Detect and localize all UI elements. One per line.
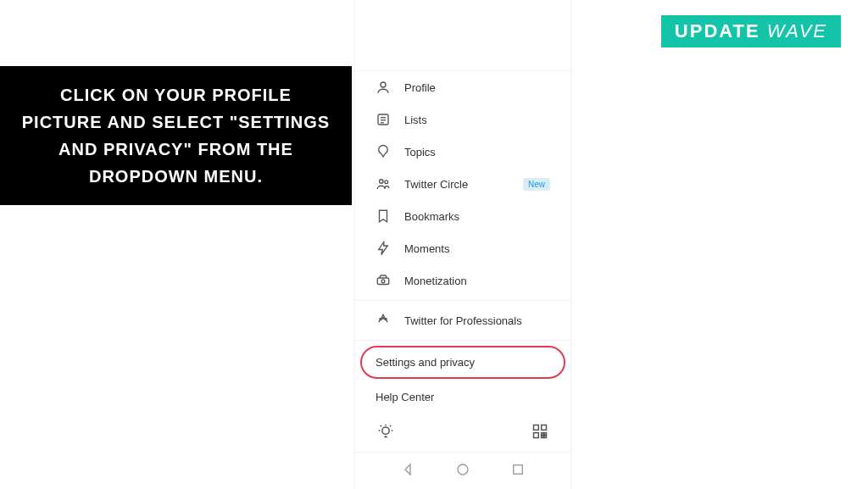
svg-point-11 (382, 427, 389, 434)
phone-frame: Profile Lists Topics Twitter Circle New (354, 0, 571, 489)
bulb-icon[interactable] (377, 423, 394, 440)
menu-label: Profile (404, 81, 436, 94)
svg-line-16 (381, 425, 381, 426)
profile-icon (376, 80, 391, 95)
menu-label: Help Center (376, 391, 434, 403)
menu-item-twitter-circle[interactable]: Twitter Circle New (355, 168, 570, 200)
topics-icon (376, 144, 391, 159)
svg-point-0 (381, 82, 386, 87)
qr-code-icon[interactable] (531, 423, 548, 440)
account-menu: Profile Lists Topics Twitter Circle New (355, 71, 570, 414)
menu-item-help-center[interactable]: Help Center (355, 381, 570, 414)
twitter-circle-icon (376, 176, 391, 192)
svg-rect-21 (542, 433, 544, 436)
menu-item-professionals[interactable]: Twitter for Professionals (355, 304, 570, 336)
monetization-icon (376, 273, 391, 288)
svg-point-6 (385, 181, 388, 184)
nav-recent-icon[interactable] (510, 462, 526, 481)
bottom-utility-bar (355, 414, 570, 448)
menu-item-profile[interactable]: Profile (355, 71, 570, 103)
svg-rect-23 (542, 436, 544, 438)
moments-icon (376, 241, 391, 256)
professionals-icon (376, 313, 391, 328)
svg-rect-18 (534, 425, 539, 431)
menu-label: Lists (404, 114, 427, 126)
svg-rect-26 (513, 464, 522, 474)
section-divider (355, 340, 570, 341)
menu-item-moments[interactable]: Moments (355, 232, 570, 264)
nav-home-icon[interactable] (455, 462, 470, 481)
brand-badge: UPDATE WAVE (661, 15, 841, 47)
svg-rect-19 (542, 425, 547, 431)
menu-header-spacer (355, 0, 570, 71)
svg-point-5 (380, 180, 384, 184)
section-divider (355, 300, 570, 301)
lists-icon (376, 112, 391, 127)
android-nav-bar (355, 452, 570, 489)
new-badge: New (523, 178, 550, 191)
menu-item-topics[interactable]: Topics (355, 136, 570, 168)
instruction-text: Click on your profile picture and select… (22, 86, 330, 186)
menu-label: Bookmarks (404, 210, 459, 223)
brand-word-1: UPDATE (675, 20, 760, 42)
menu-item-settings-privacy[interactable]: Settings and privacy (355, 344, 570, 381)
svg-rect-24 (544, 433, 547, 436)
nav-back-icon[interactable] (400, 462, 415, 481)
svg-point-25 (458, 464, 468, 475)
svg-rect-7 (377, 278, 389, 285)
svg-rect-22 (544, 436, 547, 438)
menu-item-lists[interactable]: Lists (355, 103, 570, 136)
menu-label: Moments (404, 242, 449, 255)
menu-label: Settings and privacy (376, 356, 475, 369)
menu-label: Twitter Circle (404, 178, 468, 191)
svg-line-17 (390, 425, 391, 426)
bookmarks-icon (376, 208, 391, 224)
brand-word-2: WAVE (767, 20, 827, 42)
instruction-box: Click on your profile picture and select… (0, 66, 352, 205)
menu-label: Monetization (404, 275, 467, 287)
menu-item-monetization[interactable]: Monetization (355, 264, 570, 297)
menu-label: Topics (404, 146, 436, 158)
menu-item-bookmarks[interactable]: Bookmarks (355, 200, 570, 232)
menu-label: Twitter for Professionals (404, 314, 522, 327)
svg-rect-20 (534, 433, 539, 438)
svg-point-8 (381, 280, 385, 283)
